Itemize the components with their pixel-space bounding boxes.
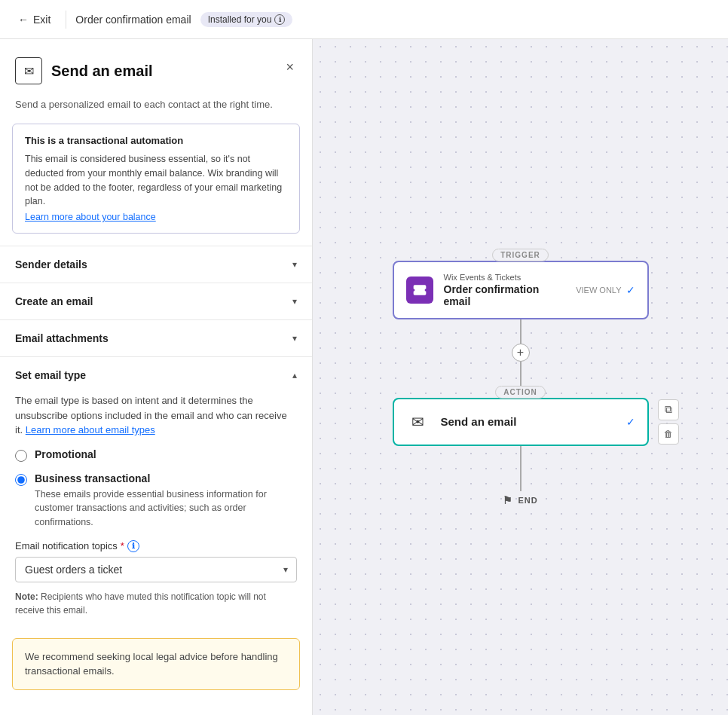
action-name: Send an email: [441, 415, 616, 428]
panel-icon: ✉: [15, 57, 42, 84]
action-side-buttons: ⧉ 🗑: [658, 399, 679, 445]
topics-select-wrapper: Guest orders a ticket ▾: [15, 557, 297, 582]
trigger-icon: [406, 277, 433, 304]
topics-row: Email notification topics * ℹ Guest orde…: [15, 540, 297, 582]
create-email-chevron: ▾: [292, 296, 297, 307]
business-transactional-label[interactable]: Business transactional: [35, 472, 297, 484]
exit-button[interactable]: ← Exit: [12, 9, 57, 30]
action-card-wrapper: ✉ Send an email ✓ ⧉ 🗑: [393, 398, 649, 446]
action-card: ✉ Send an email ✓: [393, 398, 649, 446]
sender-details-label: Sender details: [15, 258, 87, 270]
trigger-info: Wix Events & Tickets Order confirmation …: [444, 273, 566, 307]
delete-icon: 🗑: [664, 429, 673, 439]
trigger-card: Wix Events & Tickets Order confirmation …: [393, 261, 649, 319]
exit-icon: ←: [18, 14, 29, 26]
badge-info-icon: ℹ: [274, 14, 285, 25]
topics-select[interactable]: Guest orders a ticket: [15, 557, 297, 582]
warning-box: We recommend seeking local legal advice …: [12, 638, 300, 690]
action-check-icon: ✓: [626, 416, 635, 428]
connector-1: [520, 319, 522, 344]
set-email-type-header[interactable]: Set email type ▴: [15, 357, 297, 393]
sender-details-chevron: ▾: [292, 259, 297, 270]
ticket-icon: [412, 283, 427, 298]
close-button[interactable]: ×: [283, 57, 297, 77]
email-type-description: The email type is based on intent and it…: [15, 393, 297, 438]
action-label: ACTION: [495, 386, 545, 399]
business-transactional-description: These emails provide essential business …: [35, 487, 297, 530]
trigger-label-wrap: TRIGGER: [492, 249, 549, 261]
left-panel: ✉ Send an email × Send a personalized em…: [0, 39, 313, 715]
trigger-label: TRIGGER: [492, 249, 549, 261]
trigger-name: Order confirmation email: [444, 283, 566, 307]
flow-canvas: TRIGGER Wix Events & Tickets Order confi…: [313, 39, 728, 715]
topics-label: Email notification topics * ℹ: [15, 540, 297, 552]
required-star: *: [121, 540, 124, 552]
create-email-section[interactable]: Create an email ▾: [0, 283, 312, 319]
end-text: END: [518, 496, 537, 505]
set-email-type-body: The email type is based on intent and it…: [15, 393, 297, 629]
business-transactional-content: Business transactional These emails prov…: [35, 472, 297, 530]
business-transactional-radio[interactable]: [15, 474, 27, 486]
warning-text: We recommend seeking local legal advice …: [25, 649, 287, 679]
promotional-option: Promotional: [15, 448, 297, 462]
action-icon-wrap: ✉: [406, 410, 430, 434]
panel-header: ✉ Send an email ×: [0, 39, 312, 96]
note-content: Recipients who have muted this notificat…: [15, 591, 266, 616]
topbar-title: Order confirmation email: [75, 14, 191, 26]
badge-label: Installed for you: [208, 14, 272, 25]
sender-details-section[interactable]: Sender details ▾: [0, 246, 312, 283]
add-step-button[interactable]: +: [512, 344, 530, 362]
promotional-label[interactable]: Promotional: [35, 448, 96, 460]
flag-icon: ⚑: [503, 494, 513, 506]
connector-3: [520, 446, 522, 491]
learn-more-balance-link[interactable]: Learn more about your balance: [25, 212, 156, 222]
flow-diagram: TRIGGER Wix Events & Tickets Order confi…: [393, 249, 649, 506]
panel-header-left: ✉ Send an email: [15, 57, 153, 84]
set-email-type-section: Set email type ▴ The email type is based…: [0, 356, 312, 629]
panel-title: Send an email: [51, 63, 153, 80]
info-box: This is a transactional automation This …: [12, 124, 300, 234]
panel-subtitle: Send a personalized email to each contac…: [0, 98, 312, 124]
set-email-type-title: Set email type: [15, 369, 86, 381]
note-text: Note: Recipients who have muted this not…: [15, 590, 297, 617]
end-label: ⚑ END: [503, 494, 537, 506]
main-layout: ✉ Send an email × Send a personalized em…: [0, 39, 728, 715]
create-email-label: Create an email: [15, 295, 93, 307]
connector-2: [520, 362, 522, 386]
trigger-view-only: VIEW ONLY ✓: [576, 284, 635, 296]
email-attachments-section[interactable]: Email attachments ▾: [0, 319, 312, 356]
promotional-radio[interactable]: [15, 450, 27, 462]
trigger-source: Wix Events & Tickets: [444, 273, 566, 282]
topbar-divider: [66, 11, 66, 29]
email-attachments-label: Email attachments: [15, 332, 109, 344]
set-email-type-chevron: ▴: [292, 370, 297, 380]
email-type-radio-group: Promotional Business transactional These…: [15, 448, 297, 530]
business-transactional-option: Business transactional These emails prov…: [15, 472, 297, 530]
info-box-text: This email is considered business essent…: [25, 152, 287, 209]
topics-info-icon[interactable]: ℹ: [127, 540, 139, 552]
note-bold: Note:: [15, 591, 38, 602]
learn-more-email-types-link[interactable]: Learn more about email types: [26, 424, 155, 435]
exit-label: Exit: [33, 14, 50, 26]
email-attachments-chevron: ▾: [292, 333, 297, 344]
info-box-title: This is a transactional automation: [25, 135, 287, 146]
delete-button[interactable]: 🗑: [658, 423, 679, 445]
copy-button[interactable]: ⧉: [658, 399, 679, 420]
topbar: ← Exit Order confirmation email Installe…: [0, 0, 728, 39]
copy-icon: ⧉: [665, 403, 672, 416]
envelope-icon: ✉: [24, 64, 34, 78]
action-envelope-icon: ✉: [411, 413, 424, 431]
trigger-check-icon: ✓: [626, 284, 635, 296]
installed-badge: Installed for you ℹ: [200, 12, 293, 27]
action-label-wrap: ACTION: [495, 386, 545, 399]
